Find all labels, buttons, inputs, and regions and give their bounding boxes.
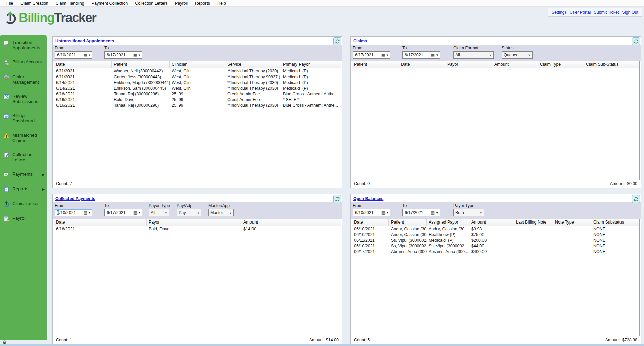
column-header-amount[interactable]: Amount <box>492 61 538 68</box>
sidebar-item-collection-letters[interactable]: Collection Letters <box>3 152 45 163</box>
refresh-button[interactable] <box>632 37 640 45</box>
dropdown-arrow-icon[interactable]: ▼ <box>436 54 439 57</box>
column-header-patient[interactable]: Patient <box>112 61 170 68</box>
column-header-date[interactable]: Date <box>54 219 147 226</box>
table-row[interactable]: 06/10/2021Andor, Cassian (30...Andor, Ca… <box>352 226 639 232</box>
table-row[interactable]: 06/11/2021Ss, Vipul (3000002...Medicaid … <box>352 237 639 243</box>
column-header-date[interactable]: Date <box>399 61 445 68</box>
column-header-claim-sub-status[interactable]: Claim Sub-Status <box>584 61 628 68</box>
dropdown-arrow-icon[interactable]: ▼ <box>386 54 389 57</box>
column-header-payor[interactable]: Payor <box>147 219 241 226</box>
column-header-clinician[interactable]: Clinician <box>170 61 225 68</box>
sidebar-item-review-submissions[interactable]: Review Submissions <box>3 94 45 105</box>
menu-item-collection-letters[interactable]: Collection Letters <box>131 1 171 6</box>
menu-item-help[interactable]: Help <box>214 1 230 6</box>
refresh-button[interactable] <box>333 37 341 45</box>
dropdown-arrow-icon[interactable]: ▼ <box>88 54 91 57</box>
table-row[interactable]: 6/11/2021Wagner, Neil (300000442)West, C… <box>54 68 341 74</box>
menu-item-reports[interactable]: Reports <box>191 1 214 6</box>
link-submit-ticket[interactable]: Submit Ticket <box>594 10 619 15</box>
table-row[interactable]: 6/16/2021Bold, Dave25, 99Credit Admin Fe… <box>54 97 341 102</box>
link-sign-out[interactable]: Sign Out <box>622 10 638 15</box>
table-row[interactable]: 6/16/2021Tanaa, Raj (300000296)25, 99Cre… <box>54 91 341 97</box>
collected-payments-table[interactable]: DatePayorAmount6/16/2021Bold, Dave$14.00 <box>54 219 341 336</box>
table-cell: Erikkson, Sam (300000445) <box>112 86 170 91</box>
table-row[interactable]: 6/14/2021Erikkson, Sam (300000445)West, … <box>54 85 341 91</box>
column-header-patient[interactable]: Patient <box>389 219 427 226</box>
link-settings[interactable]: Settings <box>552 10 567 15</box>
open-balances-table[interactable]: DatePatientAssigned PayorAmountLast Bill… <box>352 219 640 336</box>
table-row[interactable]: 06/10/2021Andor, Cassian (30...Healthnow… <box>352 232 639 237</box>
column-header-payor[interactable]: Payor <box>445 61 492 68</box>
menu-item-claim-handling[interactable]: Claim Handling <box>52 1 88 6</box>
link-user-portal[interactable]: User Portal <box>570 10 591 15</box>
to-date-input[interactable]: 6/17/2021 ▦▼ <box>402 209 440 216</box>
untransitioned-appointments-title-link[interactable]: Untransitioned Appointments <box>53 37 117 45</box>
payor-type-select[interactable]: Both∨ <box>453 209 484 216</box>
open-balances-title-link[interactable]: Open Balances <box>351 194 386 202</box>
column-header-date[interactable]: Date <box>352 219 389 226</box>
sidebar-item-label: Transition Appointments <box>12 40 45 51</box>
to-date-input[interactable]: 6/17/2021 ▦▼ <box>402 51 440 59</box>
from-date-input[interactable]: 6/10/2021 ▦▼ <box>353 209 390 216</box>
dropdown-arrow-icon[interactable]: ▼ <box>88 211 91 214</box>
to-date-input[interactable]: 6/17/2021 ▦▼ <box>104 51 142 59</box>
sidebar-item-label: Mismatched Claims <box>12 133 45 144</box>
table-row[interactable]: 6/14/2021Erikkson, Magda (300000444)West… <box>54 80 341 85</box>
pay-adj-select[interactable]: Pay.∨ <box>177 209 201 216</box>
sidebar-item-mismatched-claims[interactable]: Mismatched Claims <box>3 133 45 144</box>
column-header-note-type[interactable]: Note Type <box>553 219 591 226</box>
column-header-blank[interactable] <box>632 219 639 226</box>
table-row[interactable]: 06/10/2021Ss, Vipul (3000002...Ss, Vipul… <box>352 243 639 249</box>
menu-item-claim-creation[interactable]: Claim Creation <box>17 1 52 6</box>
sidebar-item-billing-account[interactable]: Billing Account <box>3 59 45 66</box>
column-header-service[interactable]: Service <box>225 61 281 68</box>
menu-item-payment-collection[interactable]: Payment Collection <box>88 1 132 6</box>
dropdown-arrow-icon[interactable]: ▼ <box>138 211 141 214</box>
dropdown-arrow-icon[interactable]: ▼ <box>386 211 389 214</box>
column-header-primary-payor[interactable]: Primary Payor <box>281 61 341 68</box>
from-date-input[interactable]: 6/10/2021 ▦▼ <box>55 51 92 59</box>
column-header-amount[interactable]: Amount <box>469 219 514 226</box>
from-date-input[interactable]: 6/10/2021 ▦▼ <box>55 209 92 216</box>
sidebar-item-reports[interactable]: Reports▶ <box>3 186 45 193</box>
menu-item-payroll[interactable]: Payroll <box>171 1 191 6</box>
column-header-amount[interactable]: Amount <box>241 219 341 226</box>
sidebar-item-transition-appointments[interactable]: Transition Appointments <box>3 40 45 51</box>
payor-type-select[interactable]: All∨ <box>149 209 169 216</box>
column-header-blank[interactable] <box>628 61 639 68</box>
sidebar-item-clinictracker[interactable]: ClinicTracker <box>3 201 45 207</box>
filter-bar: From 6/10/2021 ▦▼ To 6/17/2021 ▦▼ <box>53 45 342 61</box>
claims-table[interactable]: PatientDatePayorAmountClaim TypeClaim Su… <box>352 61 640 180</box>
menu-item-file[interactable]: File <box>3 1 17 6</box>
column-header-last-billing-note[interactable]: Last Billing Note <box>514 219 553 226</box>
table-cell: 25, 99 <box>170 97 225 102</box>
claim-format-select[interactable]: All∨ <box>453 51 494 59</box>
table-cell: NONE <box>591 238 632 243</box>
column-header-claim-type[interactable]: Claim Type <box>538 61 584 68</box>
dropdown-arrow-icon[interactable]: ▼ <box>138 54 141 57</box>
calendar-icon: ▦ <box>84 53 87 57</box>
from-date-input[interactable]: 6/17/2021 ▦▼ <box>353 51 390 59</box>
master-app-select[interactable]: Master∨ <box>208 209 234 216</box>
status-select[interactable]: Queued∨ <box>502 51 533 59</box>
sidebar-item-claim-management[interactable]: Claim Management <box>3 74 45 85</box>
column-header-assigned-payor[interactable]: Assigned Payor <box>427 219 469 226</box>
column-header-claim-substatus[interactable]: Claim Substatus <box>591 219 632 226</box>
sidebar-item-payroll[interactable]: Payroll <box>3 216 45 222</box>
refresh-button[interactable] <box>632 195 640 203</box>
dropdown-arrow-icon[interactable]: ▼ <box>436 211 439 214</box>
claims-title-link[interactable]: Claims <box>351 37 370 45</box>
to-date-input[interactable]: 6/17/2021 ▦▼ <box>104 209 142 216</box>
refresh-button[interactable] <box>333 195 341 203</box>
untransitioned-appointments-table[interactable]: DatePatientClinicianServicePrimary Payor… <box>54 61 341 180</box>
column-header-patient[interactable]: Patient <box>352 61 399 68</box>
table-row[interactable]: 6/16/2021Bold, Dave$14.00 <box>54 226 341 232</box>
table-row[interactable]: 6/11/2021Carter, Jess (300000443)West, C… <box>54 74 341 80</box>
table-row[interactable]: 6/16/2021Tanaa, Raj (300000296)25, 99**I… <box>54 102 341 108</box>
collected-payments-title-link[interactable]: Collected Payments <box>53 194 98 202</box>
table-row[interactable]: 06/17/2021Abrams, Anna (300...Abrams, An… <box>352 249 639 254</box>
column-header-date[interactable]: Date <box>54 61 112 68</box>
sidebar-item-billing-dashboard[interactable]: Billing Dashboard <box>3 113 45 124</box>
sidebar-item-payments[interactable]: Payments▶ <box>3 171 45 178</box>
